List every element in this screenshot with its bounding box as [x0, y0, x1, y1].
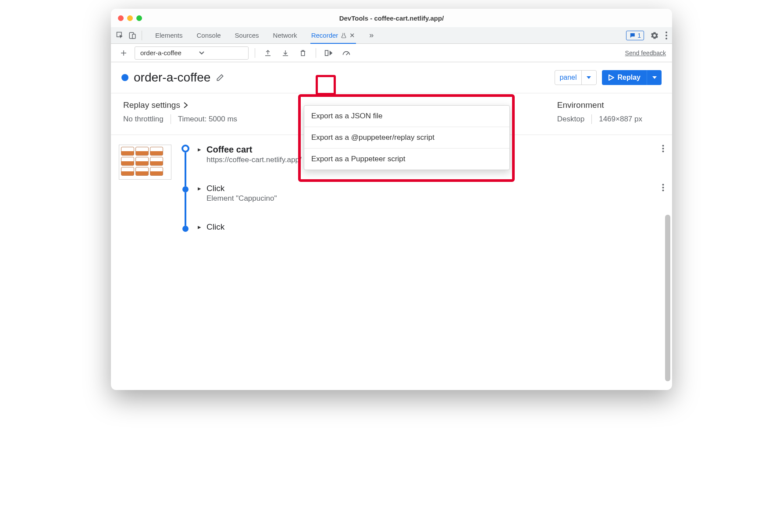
messages-badge[interactable]: 1: [626, 31, 644, 40]
replay-dropdown-icon[interactable]: [647, 70, 662, 85]
edit-title-button[interactable]: [216, 73, 224, 82]
window-title: DevTools - coffee-cart.netlify.app/: [111, 14, 672, 22]
gear-icon[interactable]: [650, 31, 659, 40]
tab-elements[interactable]: Elements: [154, 27, 184, 43]
svg-point-4: [666, 35, 667, 36]
highlight-import-button: [316, 75, 336, 95]
step-title: Click: [206, 184, 277, 193]
titlebar: DevTools - coffee-cart.netlify.app/: [111, 9, 672, 27]
flask-icon: [341, 32, 347, 39]
screenshot-thumbnail[interactable]: [119, 145, 171, 180]
timeline-node: [182, 186, 189, 192]
step-menu-icon[interactable]: [662, 184, 664, 192]
tabstrip-right-tools: 1: [626, 31, 668, 40]
delete-button[interactable]: [296, 46, 310, 60]
scrollbar[interactable]: [665, 215, 670, 381]
scrollbar-thumb[interactable]: [665, 215, 670, 381]
environment-heading: Environment: [557, 100, 642, 110]
timeline-node: [182, 145, 189, 153]
timeline: [180, 145, 191, 232]
step-button[interactable]: [322, 46, 335, 60]
recording-status-dot: [121, 74, 128, 81]
step-subtitle: https://coffee-cart.netlify.app/: [206, 156, 302, 164]
separator: [171, 114, 171, 124]
send-feedback-link[interactable]: Send feedback: [625, 50, 666, 57]
separator: [316, 48, 316, 58]
replay-speed-button[interactable]: [340, 46, 353, 60]
svg-point-12: [662, 184, 664, 186]
step-title: Coffee cart: [206, 145, 302, 155]
tab-network[interactable]: Network: [272, 27, 298, 43]
recording-title: order-a-coffee: [134, 71, 210, 85]
svg-point-3: [666, 32, 667, 33]
svg-point-13: [662, 187, 664, 188]
recording-header: order-a-coffee panel Replay: [111, 62, 672, 93]
svg-rect-2: [132, 34, 135, 39]
step-subtitle: Element "Cappucino": [206, 194, 277, 203]
tab-console[interactable]: Console: [196, 27, 222, 43]
menu-icon[interactable]: [665, 31, 668, 40]
throttling-value: No throttling: [123, 115, 164, 124]
new-recording-button[interactable]: [117, 46, 130, 60]
step-item[interactable]: ▸ Click: [198, 222, 664, 232]
devtools-tabstrip: Elements Console Sources Network Recorde…: [111, 27, 672, 44]
messages-count: 1: [637, 32, 641, 39]
separator: [591, 114, 592, 124]
export-button[interactable]: [261, 46, 274, 60]
highlight-export-menu: [298, 94, 515, 182]
svg-point-5: [666, 38, 667, 39]
close-tab-icon[interactable]: ✕: [349, 32, 355, 39]
svg-point-14: [662, 190, 664, 192]
step-item[interactable]: ▸ Click Element "Cappucino": [198, 184, 664, 203]
svg-rect-8: [325, 50, 328, 56]
recorder-toolbar: order-a-coffee Send feedback: [111, 44, 672, 62]
step-menu-icon[interactable]: [662, 145, 664, 153]
replay-button[interactable]: Replay: [602, 70, 662, 85]
recording-selector-value: order-a-coffee: [140, 49, 182, 57]
separator: [142, 31, 142, 40]
import-button[interactable]: [279, 46, 292, 60]
timeout-value: Timeout: 5000 ms: [178, 115, 237, 124]
chevron-down-icon: [199, 51, 204, 55]
svg-point-10: [662, 148, 664, 149]
environment-col: Environment Desktop 1469×887 px: [557, 100, 642, 124]
timeline-node: [182, 226, 189, 232]
play-icon: [608, 74, 614, 81]
replay-settings-heading[interactable]: Replay settings: [123, 100, 237, 110]
separator: [255, 48, 255, 58]
tabs-overflow-icon[interactable]: »: [368, 27, 374, 43]
chevron-right-icon: ▸: [198, 223, 201, 231]
viewport-value: 1469×887 px: [599, 115, 642, 124]
device-value: Desktop: [557, 115, 584, 124]
device-toolbar-icon[interactable]: [128, 31, 137, 40]
svg-point-9: [662, 145, 664, 147]
chevron-right-icon: [184, 102, 188, 108]
step-title: Click: [206, 222, 224, 232]
svg-point-11: [662, 151, 664, 153]
performance-panel-button[interactable]: panel: [555, 70, 596, 85]
tabs: Elements Console Sources Network Recorde…: [154, 27, 374, 43]
panel-label: panel: [555, 71, 581, 85]
tab-sources[interactable]: Sources: [234, 27, 260, 43]
replay-label: Replay: [618, 74, 641, 82]
chevron-right-icon: ▸: [198, 145, 201, 153]
tab-recorder[interactable]: Recorder ✕: [310, 27, 356, 43]
chevron-right-icon: ▸: [198, 184, 201, 192]
replay-settings-col: Replay settings No throttling Timeout: 5…: [123, 100, 237, 124]
inspect-icon[interactable]: [115, 31, 125, 40]
panel-dropdown-icon[interactable]: [581, 71, 596, 85]
recording-selector[interactable]: order-a-coffee: [135, 46, 249, 60]
